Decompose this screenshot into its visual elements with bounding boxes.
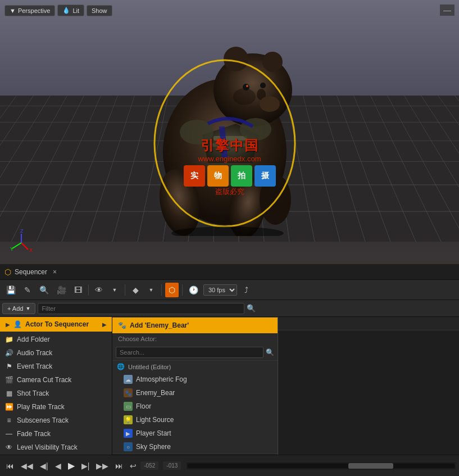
lit-label: Lit [72, 7, 79, 14]
actor-search-bar: 🔍 [112, 344, 278, 361]
time-display: -052 -013 [140, 461, 181, 470]
player-start-label: Player Start [136, 429, 171, 437]
add-track-arrow: ▼ [25, 306, 30, 311]
actor-item-sky-sphere[interactable]: ○ Sky Sphere [112, 440, 278, 454]
audio-icon: 🔊 [4, 349, 13, 357]
key-button[interactable]: ◆ [129, 283, 142, 297]
go-to-start-button[interactable]: ⏮ [3, 459, 17, 473]
actor-item-light[interactable]: 💡 Light Source [112, 413, 278, 427]
play-button[interactable]: ▶ [65, 458, 78, 473]
filter-input[interactable] [38, 303, 244, 314]
save-button[interactable]: 💾 [3, 283, 19, 297]
viewport-toolbar: ▼ Perspective 💧 Lit Show [4, 4, 112, 16]
curve-button[interactable]: ⤴ [239, 283, 253, 297]
perspective-btn[interactable]: ▼ Perspective [4, 5, 55, 16]
sequencer-titlebar: ⬡ Sequencer × [0, 264, 459, 280]
playback-controls: ⏮ ◀◀ ◀| ◀ ▶ ▶| ▶▶ ⏭ ↩ -052 -013 [0, 455, 459, 476]
lit-btn[interactable]: 💧 Lit [57, 4, 84, 16]
eye-dropdown[interactable]: ▼ [108, 283, 121, 297]
event-icon: ⚑ [4, 362, 13, 370]
svg-text:Y: Y [10, 246, 13, 252]
track-add-folder[interactable]: 📁 Add Folder [0, 333, 112, 346]
lit-icon: 💧 [62, 7, 70, 14]
svg-line-19 [21, 243, 28, 250]
track-level-visibility[interactable]: 👁 Level Visibility Track [0, 441, 112, 454]
sequencer-title: Sequencer [15, 268, 47, 276]
level-vis-icon: 👁 [4, 443, 13, 451]
enemy-bear-icon: 🐾 [118, 321, 126, 329]
dropdown-arrow-icon: ▶ [6, 321, 10, 328]
perspective-dropdown-arrow: ▼ [10, 7, 16, 14]
actor-to-sequencer-dropdown[interactable]: ▶ 👤 Actor To Sequencer ▶ [0, 317, 112, 332]
svg-point-2 [224, 47, 248, 71]
scrollbar-thumb[interactable] [348, 463, 393, 469]
track-label-fade: Fade Track [17, 430, 51, 438]
track-label-event: Event Track [17, 362, 52, 370]
track-play-rate[interactable]: ⏩ Play Rate Track [0, 400, 112, 414]
search-button[interactable]: 🔍 [37, 283, 52, 297]
light-icon: 💡 [124, 415, 133, 424]
actor-item-bear[interactable]: 🐾 Enemy_Bear [112, 386, 278, 400]
sequencer-close-button[interactable]: × [53, 268, 57, 276]
subscenes-icon: ≡ [4, 416, 13, 424]
step-back-button[interactable]: ◀◀ [18, 459, 36, 473]
bear-model [124, 34, 315, 236]
eye-button[interactable]: 👁 [92, 283, 106, 297]
choose-actor-label: Choose Actor: [112, 333, 278, 344]
fade-icon: — [4, 430, 13, 438]
track-subscenes[interactable]: ≡ Subscenes Track [0, 414, 112, 427]
loop-button[interactable]: ↩ [127, 459, 139, 473]
choose-actor-panel: 🐾 Add 'Enemy_Bear' Choose Actor: 🔍 🌐 Unt… [112, 317, 278, 455]
add-track-button[interactable]: + Add ▼ [2, 303, 35, 314]
show-btn[interactable]: Show [87, 5, 112, 16]
viewport: 引擎中国 www.enginedx.com 实 物 拍 摄 盗版必究 X Y Z… [0, 0, 459, 264]
marker-button[interactable]: ⬡ [165, 283, 179, 297]
fps-selector[interactable]: 30 fps [203, 284, 237, 296]
track-audio[interactable]: 🔊 Audio Track [0, 346, 112, 360]
actor-dropdown-header[interactable]: ▶ 👤 Actor To Sequencer ▶ [0, 317, 112, 332]
floor-icon: ▭ [124, 402, 133, 411]
axis-widget: X Y Z [8, 229, 35, 256]
actor-search-input[interactable] [116, 347, 263, 358]
track-label-audio: Audio Track [17, 349, 52, 357]
svg-line-20 [12, 243, 21, 248]
track-event[interactable]: ⚑ Event Track [0, 360, 112, 373]
actor-item-fog[interactable]: ☁ Atmospheric Fog [112, 373, 278, 386]
camera-cut-icon: 🎬 [4, 376, 13, 384]
track-shot[interactable]: ▦ Shot Track [0, 387, 112, 400]
shot-icon: ▦ [4, 389, 13, 397]
filter-search-button[interactable]: 🔍 [247, 304, 256, 312]
edit-button[interactable]: ✎ [21, 283, 34, 297]
actor-search-icon: 🔍 [266, 348, 274, 356]
track-camera-cut[interactable]: 🎬 Camera Cut Track [0, 373, 112, 387]
svg-rect-8 [211, 143, 249, 147]
add-enemy-bear-button[interactable]: 🐾 Add 'Enemy_Bear' [112, 318, 278, 333]
next-key-button[interactable]: ▶▶ [93, 459, 111, 473]
prev-key-button[interactable]: ◀| [37, 459, 51, 473]
film-button[interactable]: 🎞 [71, 283, 85, 297]
track-label-camera-cut: Camera Cut Track [17, 376, 71, 384]
world-label: Untitled (Editor) [128, 364, 171, 370]
floor-label: Floor [136, 402, 151, 410]
toolbar-separator-3 [161, 284, 162, 296]
actor-item-player-start[interactable]: ▶ Player Start [112, 427, 278, 440]
sky-sphere-label: Sky Sphere [136, 443, 171, 451]
key-dropdown[interactable]: ▼ [144, 283, 158, 297]
play-rate-icon: ⏩ [4, 403, 13, 411]
add-enemy-bear-label: Add 'Enemy_Bear' [130, 321, 189, 329]
actor-item-floor[interactable]: ▭ Floor [112, 400, 278, 413]
camera-button[interactable]: 🎥 [54, 283, 69, 297]
clock-button[interactable]: 🕐 [186, 283, 201, 297]
viewport-minimize-button[interactable]: — [440, 4, 455, 16]
track-label-level-visibility: Level Visibility Track [17, 443, 78, 451]
choose-world-bar[interactable]: 🌐 Choose World ▼ [112, 454, 278, 455]
go-to-end-button[interactable]: ⏭ [112, 459, 126, 473]
timeline-scrollbar[interactable] [187, 463, 456, 469]
frame-fwd-button[interactable]: ▶| [79, 459, 93, 473]
toolbar-separator-1 [88, 284, 89, 296]
bear-icon: 🐾 [124, 388, 133, 397]
frame-back-button[interactable]: ◀ [52, 459, 64, 473]
track-fade[interactable]: — Fade Track [0, 427, 112, 441]
perspective-label: Perspective [18, 7, 50, 14]
track-label-play-rate: Play Rate Track [17, 403, 65, 411]
